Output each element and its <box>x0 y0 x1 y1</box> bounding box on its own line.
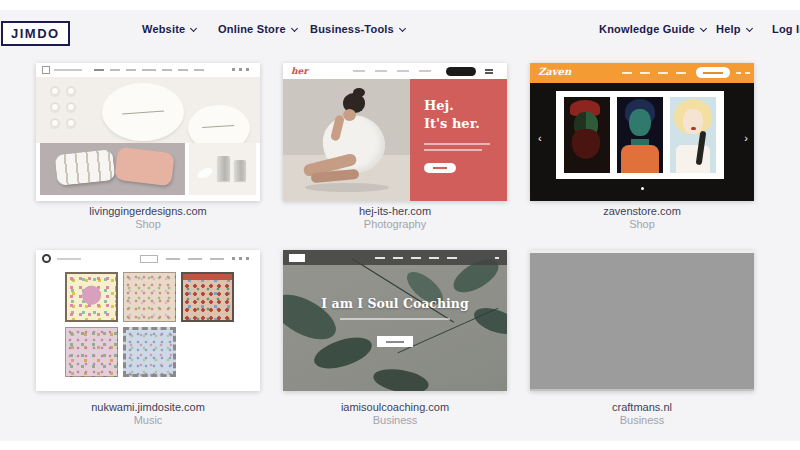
jewelry-item <box>66 102 76 112</box>
orange-header: Zaven <box>530 63 754 83</box>
preview-nav-links <box>126 69 136 71</box>
card-domain-label[interactable]: craftmans.nl <box>530 401 754 414</box>
jimdo-logo[interactable]: JIMDO <box>1 21 70 46</box>
ceramic-plate <box>102 83 184 141</box>
carousel-dot[interactable] <box>641 187 644 190</box>
preview-brand-text <box>57 258 81 260</box>
hero-ceramics-photo <box>36 77 260 143</box>
preview-nav-links <box>110 69 120 71</box>
preview-nav-links <box>94 69 104 71</box>
menu-icon <box>485 69 493 71</box>
site-card-nukwami[interactable] <box>36 250 260 391</box>
preview-nav-links <box>375 70 387 72</box>
site-card-hej-its-her[interactable]: her Hej. It's her. <box>283 63 507 201</box>
card-domain-label[interactable]: nukwami.jimdosite.com <box>36 401 260 414</box>
album-cover <box>181 272 234 322</box>
preview-header-icons <box>246 257 249 260</box>
nav-business-tools[interactable]: Business-Tools <box>310 23 405 35</box>
face <box>343 109 356 121</box>
preview-nav-links <box>658 72 668 74</box>
site-card-livinggingerdesigns[interactable] <box>36 63 260 201</box>
hero-button <box>424 163 456 173</box>
portrait-blue-hair <box>617 97 663 173</box>
site-card-iamisoulcoaching[interactable]: I am I Soul Coaching <box>283 250 507 391</box>
chevron-down-icon <box>190 25 197 32</box>
silver-vase <box>234 160 246 181</box>
hero-title-line2: It's her. <box>424 117 480 131</box>
nav-online-store-label: Online Store <box>218 23 286 35</box>
jewelry-item <box>50 118 60 128</box>
card-category-label: Business <box>530 414 754 427</box>
gray-placeholder-image <box>530 253 754 389</box>
preview-nav-links <box>447 257 457 259</box>
teal-face <box>629 109 651 136</box>
hero-button <box>377 336 413 347</box>
nav-knowledge-guide[interactable]: Knowledge Guide <box>599 23 706 35</box>
nav-knowledge-guide-label: Knowledge Guide <box>599 23 695 35</box>
hero-paragraph <box>424 143 490 145</box>
preview-nav-links <box>375 257 385 259</box>
album-cover <box>65 327 118 377</box>
flower-decoration <box>196 166 214 180</box>
chevron-down-icon <box>291 25 298 32</box>
chevron-down-icon <box>746 25 753 32</box>
carousel-next-icon[interactable]: › <box>744 133 748 144</box>
preview-cta-button <box>446 67 476 76</box>
carousel-black-section: ‹ › <box>530 83 754 201</box>
preview-nav-links <box>188 258 202 260</box>
album-cover-stamp-border <box>123 327 176 377</box>
preview-nav-links <box>178 69 188 71</box>
preview-nav-links <box>353 70 365 72</box>
preview-nav-links <box>419 70 431 72</box>
white-tray <box>55 149 116 186</box>
preview-brand-text <box>54 69 82 71</box>
preview-header <box>283 250 507 265</box>
her-logo: her <box>291 65 308 77</box>
nav-website[interactable]: Website <box>142 23 196 35</box>
site-card-craftmans[interactable] <box>530 250 754 391</box>
jewelry-item <box>66 118 76 128</box>
leaf <box>283 286 343 349</box>
card-category-label: Shop <box>36 218 260 231</box>
login-button[interactable]: Log In <box>772 23 800 35</box>
vases-photo <box>189 143 256 195</box>
placeholder-bottom-strip <box>530 389 754 391</box>
preview-nav-links <box>676 72 686 74</box>
pink-tray <box>114 147 175 187</box>
eucalyptus-photo <box>283 250 507 391</box>
dark-red-beard <box>572 129 600 159</box>
carousel-prev-icon[interactable]: ‹ <box>538 133 542 144</box>
preview-site-logo-icon <box>42 254 51 263</box>
preview-nav-links <box>194 69 204 71</box>
nav-help[interactable]: Help <box>716 23 752 35</box>
chevron-down-icon <box>399 25 406 32</box>
menu-icon <box>495 257 499 259</box>
hero-subtitle <box>340 318 450 320</box>
jewelry-item <box>66 86 76 96</box>
trays-photo <box>40 143 185 195</box>
nav-online-store[interactable]: Online Store <box>218 23 297 35</box>
card-domain-label[interactable]: iamisoulcoaching.com <box>283 401 507 414</box>
album-cover-mandala <box>65 272 118 322</box>
chevron-down-icon <box>700 25 707 32</box>
preview-site-logo <box>289 254 305 262</box>
preview-cta-button <box>696 67 730 78</box>
preview-nav-links <box>142 69 156 71</box>
silver-vase <box>217 156 230 181</box>
card-domain-label[interactable]: hej-its-her.com <box>283 205 507 218</box>
card-domain-label[interactable]: zavenstore.com <box>530 205 754 218</box>
leaf <box>372 365 431 391</box>
portrait-bearded-man <box>564 97 610 173</box>
pale-face <box>683 109 703 134</box>
preview-nav-links <box>411 257 421 259</box>
preview-nav-links <box>429 257 439 259</box>
card-domain-label[interactable]: livinggingerdesigns.com <box>36 205 260 218</box>
preview-nav-active <box>140 255 158 263</box>
nav-business-tools-label: Business-Tools <box>310 23 394 35</box>
site-card-zavenstore[interactable]: Zaven <box>530 63 754 201</box>
preview-site-logo <box>42 66 50 74</box>
nav-website-label: Website <box>142 23 185 35</box>
card-category-label: Business <box>283 414 507 427</box>
card-category-label: Music <box>36 414 260 427</box>
preview-header-icons <box>232 257 235 260</box>
